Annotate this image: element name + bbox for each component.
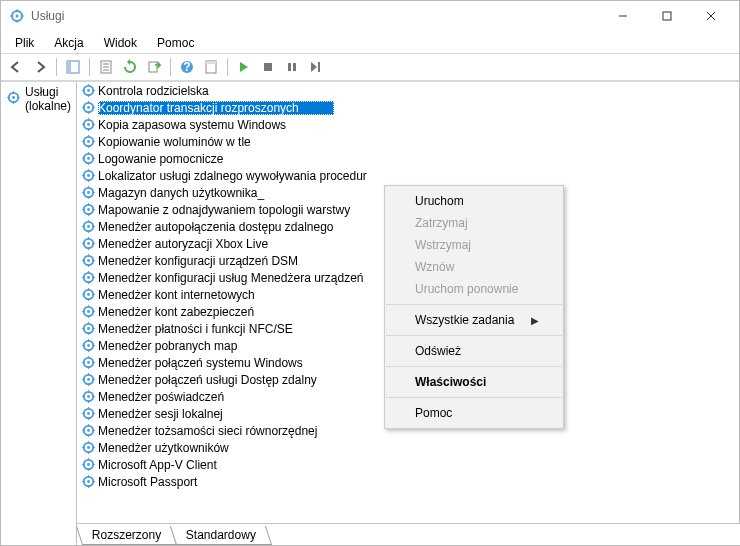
stop-service-button[interactable] <box>257 56 279 78</box>
ctx-help[interactable]: Pomoc <box>385 402 563 424</box>
service-name: Koordynator transakcji rozproszonych <box>98 101 334 115</box>
svg-point-26 <box>12 96 15 99</box>
service-name: Lokalizator usługi zdalnego wywoływania … <box>98 169 367 183</box>
close-button[interactable] <box>689 2 733 30</box>
tree-root-item[interactable]: Usługi (lokalne) <box>3 84 74 114</box>
svg-rect-20 <box>206 61 216 64</box>
tree-pane: Usługi (lokalne) <box>1 82 77 545</box>
service-row[interactable]: Kopia zapasowa systemu Windows <box>79 116 740 133</box>
service-name: Microsoft App-V Client <box>98 458 217 472</box>
separator <box>386 335 562 336</box>
service-row[interactable]: Logowanie pomocnicze <box>79 150 740 167</box>
menu-file[interactable]: Plik <box>5 34 44 52</box>
pause-service-button[interactable] <box>281 56 303 78</box>
ctx-start[interactable]: Uruchom <box>385 190 563 212</box>
window-controls <box>601 2 733 30</box>
svg-point-74 <box>87 208 90 211</box>
menubar: Plik Akcja Widok Pomoc <box>1 31 739 53</box>
tab-standard-label: Standardowy <box>186 528 256 542</box>
service-name: Menedżer kont internetowych <box>98 288 255 302</box>
help-button[interactable]: ? <box>176 56 198 78</box>
window-title: Usługi <box>31 9 601 23</box>
maximize-button[interactable] <box>645 2 689 30</box>
ctx-restart: Uruchom ponownie <box>385 278 563 300</box>
show-hide-tree-button[interactable] <box>62 56 84 78</box>
tab-extended[interactable]: Rozszerzony <box>76 526 178 545</box>
svg-point-140 <box>87 395 90 398</box>
service-name: Menedżer tożsamości sieci równorzędnej <box>98 424 317 438</box>
svg-point-158 <box>87 446 90 449</box>
svg-point-122 <box>87 344 90 347</box>
svg-point-98 <box>87 276 90 279</box>
svg-point-44 <box>87 123 90 126</box>
tab-extended-label: Rozszerzony <box>92 528 161 542</box>
service-name: Menedżer konfiguracji usług Menedżera ur… <box>98 271 363 285</box>
service-name: Menedżer połączeń usługi Dostęp zdalny <box>98 373 317 387</box>
separator <box>386 304 562 305</box>
service-name: Kopia zapasowa systemu Windows <box>98 118 286 132</box>
menu-view[interactable]: Widok <box>94 34 147 52</box>
svg-rect-22 <box>288 63 291 71</box>
svg-rect-24 <box>318 62 320 72</box>
service-name: Menedżer konfiguracji urządzeń DSM <box>98 254 298 268</box>
minimize-button[interactable] <box>601 2 645 30</box>
service-name: Mapowanie z odnajdywaniem topologii wars… <box>98 203 350 217</box>
view-tabs: Rozszerzony Standardowy <box>77 523 740 545</box>
ctx-stop: Zatrzymaj <box>385 212 563 234</box>
service-name: Magazyn danych użytkownika_ <box>98 186 264 200</box>
list-pane: Kontrola rodzicielskaKoordynator transak… <box>77 82 740 545</box>
service-name: Menedżer autopołączenia dostępu zdalnego <box>98 220 334 234</box>
titlebar: Usługi <box>1 1 739 31</box>
ctx-all-tasks[interactable]: Wszystkie zadania ▶ <box>385 309 563 331</box>
service-row[interactable]: Kopiowanie woluminów w tle <box>79 133 740 150</box>
svg-point-38 <box>87 106 90 109</box>
forward-button[interactable] <box>29 56 51 78</box>
menu-help[interactable]: Pomoc <box>147 34 204 52</box>
svg-point-146 <box>87 412 90 415</box>
svg-point-104 <box>87 293 90 296</box>
properties-sheet-button[interactable] <box>200 56 222 78</box>
service-row[interactable]: Kontrola rodzicielska <box>79 82 740 99</box>
service-name: Menedżer poświadczeń <box>98 390 224 404</box>
refresh-button[interactable] <box>119 56 141 78</box>
service-name: Kopiowanie woluminów w tle <box>98 135 251 149</box>
properties-button[interactable] <box>95 56 117 78</box>
service-name: Menedżer autoryzacji Xbox Live <box>98 237 268 251</box>
svg-text:?: ? <box>183 60 190 74</box>
svg-point-92 <box>87 259 90 262</box>
start-service-button[interactable] <box>233 56 255 78</box>
svg-point-128 <box>87 361 90 364</box>
service-row[interactable]: Koordynator transakcji rozproszonych <box>79 99 740 116</box>
svg-point-32 <box>87 89 90 92</box>
svg-point-86 <box>87 242 90 245</box>
back-button[interactable] <box>5 56 27 78</box>
service-row[interactable]: Microsoft App-V Client <box>79 456 740 473</box>
svg-point-164 <box>87 463 90 466</box>
tab-standard[interactable]: Standardowy <box>170 526 272 545</box>
svg-point-1 <box>16 15 19 18</box>
menu-action[interactable]: Akcja <box>44 34 93 52</box>
services-icon <box>6 90 21 108</box>
body: Usługi (lokalne) Kontrola rodzicielskaKo… <box>1 81 739 545</box>
service-row[interactable]: Lokalizator usługi zdalnego wywoływania … <box>79 167 740 184</box>
restart-service-button[interactable] <box>305 56 327 78</box>
service-name: Kontrola rodzicielska <box>98 84 209 98</box>
ctx-refresh[interactable]: Odśwież <box>385 340 563 362</box>
separator <box>56 58 57 76</box>
svg-point-152 <box>87 429 90 432</box>
ctx-properties[interactable]: Właściwości <box>385 371 563 393</box>
service-row[interactable]: Menedżer użytkowników <box>79 439 740 456</box>
service-name: Menedżer połączeń systemu Windows <box>98 356 303 370</box>
svg-point-80 <box>87 225 90 228</box>
app-icon <box>9 8 25 24</box>
export-button[interactable] <box>143 56 165 78</box>
svg-rect-23 <box>293 63 296 71</box>
svg-point-56 <box>87 157 90 160</box>
separator <box>386 366 562 367</box>
ctx-pause: Wstrzymaj <box>385 234 563 256</box>
tree-root-label: Usługi (lokalne) <box>25 85 71 113</box>
service-row[interactable]: Microsoft Passport <box>79 473 740 490</box>
chevron-right-icon: ▶ <box>531 315 539 326</box>
services-list[interactable]: Kontrola rodzicielskaKoordynator transak… <box>77 82 740 523</box>
context-menu: Uruchom Zatrzymaj Wstrzymaj Wznów Urucho… <box>384 185 564 429</box>
